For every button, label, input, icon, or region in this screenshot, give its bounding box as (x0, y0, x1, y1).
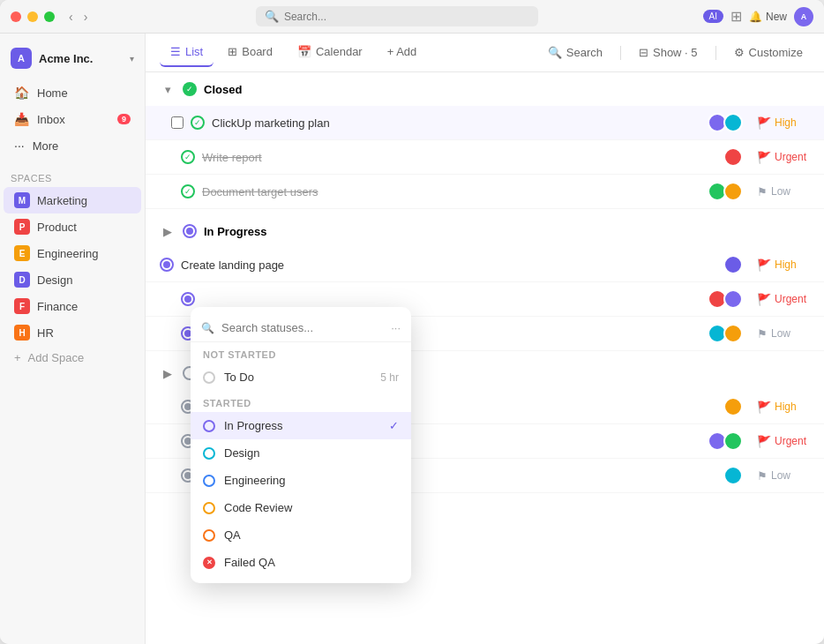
ai-badge[interactable]: AI (703, 10, 723, 23)
sidebar-item-more[interactable]: ··· More (4, 132, 141, 159)
space-label: Design (37, 273, 72, 287)
status-option-inprogress[interactable]: In Progress ✓ (191, 412, 411, 439)
sidebar-item-hr[interactable]: H HR (4, 319, 141, 346)
sidebar-nav: 🏠 Home 📥 Inbox 9 ··· More (0, 79, 145, 159)
closed-section-header[interactable]: ▾ ✓ Closed (146, 72, 824, 106)
avatar (723, 147, 743, 167)
started-section-label: STARTED (191, 391, 411, 412)
priority-badge: 🚩 High (757, 116, 810, 130)
check-icon: ✓ (194, 118, 201, 127)
tab-list[interactable]: ☰ List (160, 38, 213, 67)
home-icon: 🏠 (14, 86, 29, 100)
show-action[interactable]: ⊟ Show · 5 (632, 42, 705, 63)
add-space-label: Add Space (28, 351, 85, 364)
forward-button[interactable]: › (80, 8, 92, 26)
task-status-icon[interactable]: ✓ (191, 116, 205, 130)
sidebar-item-finance[interactable]: F Finance (4, 293, 141, 319)
failedqa-status-icon: ✕ (203, 557, 215, 569)
tab-calendar[interactable]: 📅 Calendar (287, 38, 373, 67)
task-name: Write report (202, 151, 723, 164)
inbox-icon: 📥 (14, 112, 29, 126)
closed-section-label: Closed (204, 83, 242, 96)
section-collapse-toggle[interactable]: ▾ (160, 81, 176, 97)
design-space-icon: D (14, 272, 30, 288)
divider (620, 46, 621, 60)
closed-status-icon: ✓ (183, 82, 197, 96)
flag-icon: 🚩 (757, 258, 771, 272)
tab-add[interactable]: + Add (377, 38, 428, 67)
priority-badge: 🚩 Urgent (757, 435, 810, 448)
table-row[interactable]: ✓ Write report 🚩 Urgent (146, 140, 824, 175)
engineering-status-icon (203, 475, 215, 487)
check-icon: ✓ (184, 153, 191, 161)
grid-icon[interactable]: ⊞ (730, 8, 742, 25)
flag-icon: 🚩 (757, 293, 771, 306)
status-option-codereview[interactable]: Code Review (191, 494, 411, 521)
search-icon: 🔍 (548, 46, 562, 59)
status-option-failedqa[interactable]: ✕ Failed QA (191, 549, 411, 576)
customize-action[interactable]: ⚙ Customize (727, 42, 810, 63)
maximize-button[interactable] (44, 11, 55, 22)
add-space-button[interactable]: + Add Space (4, 346, 141, 370)
workspace-switcher[interactable]: A Acme Inc. ▾ (0, 41, 145, 76)
view-tabs: ☰ List ⊞ Board 📅 Calendar + Add 🔍 (146, 34, 824, 72)
section-collapse-toggle[interactable]: ▶ (160, 223, 176, 239)
sidebar-item-design[interactable]: D Design (4, 266, 141, 293)
new-button[interactable]: 🔔 New (749, 11, 787, 23)
global-search-bar[interactable]: 🔍 (256, 6, 538, 26)
finance-space-icon: F (14, 298, 30, 314)
inprogress-status-icon (203, 420, 215, 432)
status-search-input[interactable] (221, 321, 384, 334)
status-option-qa[interactable]: QA (191, 521, 411, 549)
task-assignees (723, 397, 743, 416)
global-search-input[interactable] (284, 11, 529, 23)
dropdown-search-bar[interactable]: 🔍 ··· (191, 314, 411, 342)
search-action[interactable]: 🔍 Search (541, 42, 610, 63)
tab-board[interactable]: ⊞ Board (217, 38, 283, 67)
todo-status-icon (203, 371, 215, 384)
marketing-space-icon: M (14, 192, 30, 208)
status-option-design[interactable]: Design (191, 439, 411, 467)
codereview-status-icon (203, 502, 215, 514)
section-collapse-toggle[interactable]: ▶ (160, 365, 176, 381)
titlebar: ‹ › 🔍 AI ⊞ 🔔 New A (0, 0, 824, 34)
inprogress-section-header[interactable]: ▶ In Progress (146, 214, 824, 248)
sidebar-item-inbox[interactable]: 📥 Inbox 9 (4, 106, 141, 132)
sidebar-item-marketing[interactable]: M Marketing (4, 187, 141, 213)
user-avatar[interactable]: A (794, 7, 813, 26)
gear-icon: ⚙ (734, 46, 745, 59)
back-button[interactable]: ‹ (65, 8, 77, 26)
close-button[interactable] (11, 11, 21, 22)
status-label: To Do (224, 371, 254, 384)
space-label: Finance (37, 300, 78, 313)
flag-icon: ⚑ (757, 327, 768, 341)
hr-space-icon: H (14, 325, 30, 341)
sidebar-item-product[interactable]: P Product (4, 213, 141, 240)
qa-status-icon (203, 529, 215, 542)
status-option-todo[interactable]: To Do 5 hr (191, 363, 411, 391)
avatar (723, 255, 743, 274)
status-label: Failed QA (224, 556, 275, 569)
table-row[interactable]: Create landing page 🚩 High (146, 248, 824, 282)
main-layout: A Acme Inc. ▾ 🏠 Home 📥 Inbox 9 ··· More (0, 34, 824, 644)
task-assignees (723, 255, 743, 274)
flag-icon: 🚩 (757, 116, 771, 130)
status-option-engineering[interactable]: Engineering (191, 467, 411, 494)
minimize-button[interactable] (27, 11, 38, 22)
not-started-section-label: NOT STARTED (191, 342, 411, 363)
task-status-icon[interactable] (181, 292, 195, 306)
more-icon: ··· (14, 139, 25, 153)
bell-icon: 🔔 (749, 11, 762, 23)
sidebar-item-engineering[interactable]: E Engineering (4, 240, 141, 266)
task-status-icon[interactable]: ✓ (181, 150, 195, 164)
task-select-checkbox[interactable] (171, 116, 184, 129)
board-icon: ⊞ (228, 45, 237, 58)
task-status-icon[interactable]: ✓ (181, 184, 195, 198)
sidebar-item-home[interactable]: 🏠 Home (4, 79, 141, 106)
status-label: Code Review (224, 501, 292, 514)
table-row[interactable]: ✓ Document target users ⚑ Low (146, 175, 824, 209)
app-window: ‹ › 🔍 AI ⊞ 🔔 New A A Acme Inc. ▾ (0, 0, 824, 644)
table-row[interactable]: ⠿ ✓ ClickUp marketing plan 🚩 High (146, 106, 824, 140)
task-status-inprogress-icon[interactable] (160, 258, 174, 272)
more-options-icon[interactable]: ··· (391, 321, 401, 334)
